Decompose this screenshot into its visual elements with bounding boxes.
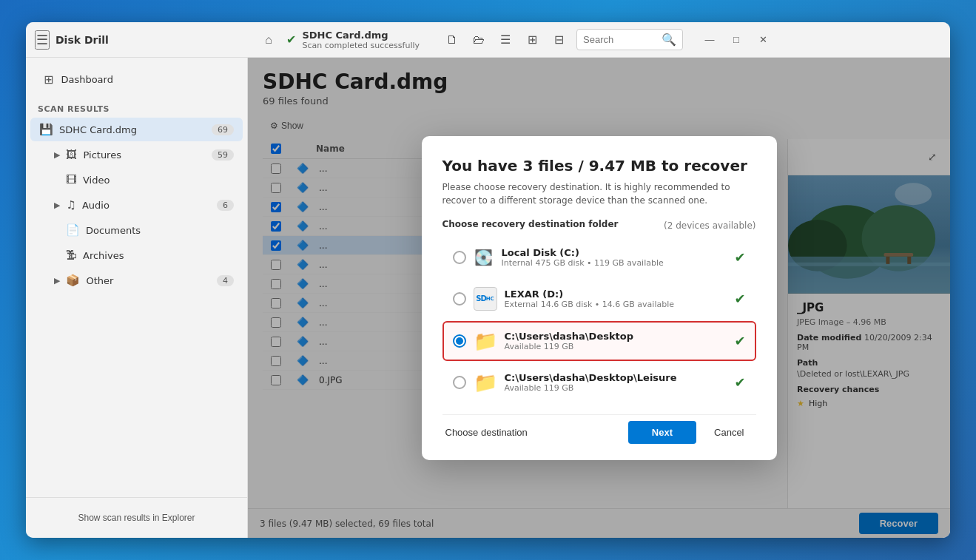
dest-info-local-disk: Local Disk (C:) Internal 475 GB disk • 1… [502,247,727,268]
folder-icon-leisure: 📁 [474,371,497,394]
dest-sub-desktop: Available 119 GB [505,342,727,351]
toolbar-icons: 🗋 🗁 ☰ ⊞ ⊟ [440,28,571,52]
video-label: Video [83,175,234,186]
audio-icon: ♫ [66,198,75,212]
toolbar-folder-icon[interactable]: 🗁 [467,28,491,52]
modal-section-label: Choose recovery destination folder [442,219,619,229]
audio-label: Audio [82,200,211,211]
scan-check-icon: ✔ [286,33,296,47]
scan-subtitle: Scan completed successfully [302,41,420,50]
sdhc-count: 69 [212,124,234,135]
sidebar: ⊞ Dashboard Scan results 💾 SDHC Card.dmg… [26,58,248,538]
sidebar-item-other[interactable]: ▶ 📦 Other 4 [30,269,243,292]
archives-icon: 🗜 [66,249,77,262]
dest-radio-lexar [453,292,466,306]
archives-label: Archives [83,250,234,261]
dest-check-local-disk: ✔ [734,249,745,265]
dest-info-leisure: C:\Users\dasha\Desktop\Leisure Available… [505,372,727,393]
search-icon: 🔍 [662,33,676,47]
choose-destination-button[interactable]: Choose destination [442,421,531,444]
dest-sub-lexar: External 14.6 GB disk • 14.6 GB availabl… [505,300,727,309]
modal-section-header: Choose recovery destination folder (2 de… [442,219,756,232]
dest-radio-desktop [453,334,466,348]
documents-label: Documents [86,225,234,236]
pictures-icon: 🖼 [66,148,77,161]
dest-name-lexar: LEXAR (D:) [505,289,727,300]
grid-icon: ⊞ [44,72,53,87]
destination-list: 💽 Local Disk (C:) Internal 475 GB disk •… [442,238,756,402]
app-window: ☰ Disk Drill ⌂ ✔ SDHC Card.dmg Scan comp… [26,22,950,538]
other-count: 4 [217,275,234,286]
other-icon: 📦 [66,274,80,287]
sidebar-item-documents[interactable]: 📄 Documents [30,218,243,242]
dest-item-local-disk[interactable]: 💽 Local Disk (C:) Internal 475 GB disk •… [442,238,756,277]
dest-item-leisure[interactable]: 📁 C:\Users\dasha\Desktop\Leisure Availab… [442,362,756,402]
modal-overlay: You have 3 files / 9.47 MB to recover Pl… [248,58,950,538]
sd-icon: SDHC [474,287,497,311]
sdhc-label: SDHC Card.dmg [59,124,206,135]
dest-radio-leisure [453,376,466,389]
dest-name-desktop: C:\Users\dasha\Desktop [505,331,727,342]
search-input[interactable] [583,34,657,45]
modal-footer: Choose destination Next Cancel [442,414,756,444]
close-button[interactable]: ✕ [751,28,775,52]
main-content: ⊞ Dashboard Scan results 💾 SDHC Card.dmg… [26,58,950,538]
video-icon: 🎞 [66,173,77,186]
sidebar-footer: Show scan results in Explorer [26,497,247,538]
title-bar-center: ⌂ ✔ SDHC Card.dmg Scan completed success… [257,28,941,52]
dest-name-leisure: C:\Users\dasha\Desktop\Leisure [505,372,727,383]
title-bar-left: ☰ Disk Drill [35,30,257,50]
sidebar-item-audio[interactable]: ▶ ♫ Audio 6 [30,193,243,217]
sidebar-item-sdhc[interactable]: 💾 SDHC Card.dmg 69 [30,118,243,141]
maximize-button[interactable]: □ [724,28,748,52]
disk-icon: 💾 [39,123,53,136]
cancel-button[interactable]: Cancel [702,421,755,444]
toolbar-list-icon[interactable]: ☰ [494,28,517,52]
dest-info-desktop: C:\Users\dasha\Desktop Available 119 GB [505,331,727,351]
sidebar-item-pictures[interactable]: ▶ 🖼 Pictures 59 [30,143,243,166]
minimize-button[interactable]: — [698,28,721,52]
window-controls: — □ ✕ [698,28,775,52]
hamburger-button[interactable]: ☰ [35,30,50,50]
dest-check-desktop: ✔ [734,333,745,348]
home-button[interactable]: ⌂ [257,28,280,52]
dest-info-lexar: LEXAR (D:) External 14.6 GB disk • 14.6 … [505,289,727,309]
sidebar-item-archives[interactable]: 🗜 Archives [30,243,243,267]
next-button[interactable]: Next [628,421,696,444]
chevron-other-icon: ▶ [54,276,60,286]
toolbar-grid-icon[interactable]: ⊞ [520,28,544,52]
dest-radio-local-disk [453,251,466,264]
folder-icon-desktop: 📁 [474,330,497,352]
hd-icon: 💽 [474,247,494,268]
dest-check-lexar: ✔ [734,291,745,306]
dest-sub-leisure: Available 119 GB [505,383,727,393]
chevron-icon: ▶ [54,150,60,160]
dest-item-lexar[interactable]: SDHC LEXAR (D:) External 14.6 GB disk • … [442,278,756,320]
modal-title: You have 3 files / 9.47 MB to recover [442,157,756,175]
right-area: SDHC Card.dmg 69 files found ⚙ Show Name [248,58,950,538]
dest-sub-local-disk: Internal 475 GB disk • 119 GB available [502,258,727,268]
dest-check-leisure: ✔ [734,374,745,390]
toolbar-split-icon[interactable]: ⊟ [547,28,571,52]
chevron-audio-icon: ▶ [54,200,60,210]
sidebar-item-video[interactable]: 🎞 Video [30,168,243,192]
other-label: Other [86,275,211,286]
modal-subtitle: Please choose recovery destination. It i… [442,181,756,207]
app-title: Disk Drill [55,34,109,46]
recovery-modal: You have 3 files / 9.47 MB to recover Pl… [422,136,777,460]
scan-results-label: Scan results [26,101,247,117]
scan-title: SDHC Card.dmg [302,30,420,41]
dest-name-local-disk: Local Disk (C:) [502,247,727,258]
title-bar: ☰ Disk Drill ⌂ ✔ SDHC Card.dmg Scan comp… [26,22,950,58]
dest-item-desktop[interactable]: 📁 C:\Users\dasha\Desktop Available 119 G… [442,321,756,361]
show-explorer-button[interactable]: Show scan results in Explorer [35,507,238,529]
dashboard-label: Dashboard [61,74,113,85]
modal-devices-label: (2 devices available) [664,220,755,231]
scan-info: SDHC Card.dmg Scan completed successfull… [302,30,420,50]
pictures-count: 59 [212,149,234,161]
search-box: 🔍 [576,29,683,50]
pictures-label: Pictures [83,149,206,161]
sidebar-item-dashboard[interactable]: ⊞ Dashboard [32,64,241,95]
toolbar-new-icon[interactable]: 🗋 [440,28,464,52]
audio-count: 6 [217,200,234,211]
